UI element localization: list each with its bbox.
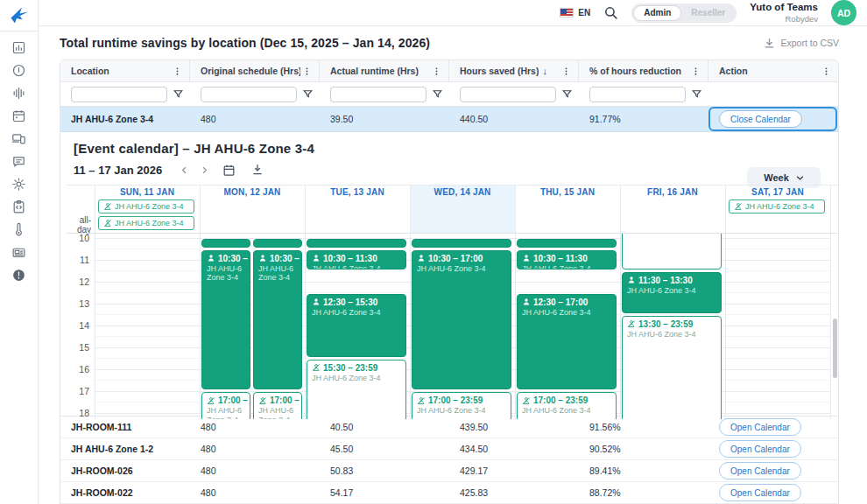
column-label: Hours saved (Hrs) [460,66,539,76]
calendar-event[interactable]: 17:00 – 23:59JH AHU-6 Zone 3-4 [253,392,302,419]
calendar-event[interactable] [201,239,250,248]
calendar-scroll-area[interactable]: 10111213141516171810:30 – 17:00JH AHU-6 … [67,233,839,419]
calendar-event[interactable]: 10:30 – 11:30JH AHU-6 Zone 3-4 [517,250,617,270]
hour-label: 17 [67,386,89,396]
sidebar-item-reports[interactable] [7,200,32,216]
language-selector[interactable]: EN [560,8,590,18]
event-title: JH AHU-6 Zone 3-4 [207,264,245,284]
column-menu-icon[interactable] [820,64,833,79]
sidebar-item-temperature[interactable] [7,223,32,239]
calendar-event[interactable] [253,239,302,248]
open-calendar-button[interactable]: Open Calendar [719,418,801,436]
all-day-event-chip[interactable]: JH AHU-6 Zone 3-4 [729,200,825,214]
sidebar-item-calendar[interactable] [7,109,32,125]
sidebar-item-settings[interactable] [7,178,32,193]
avatar[interactable]: AD [831,0,856,25]
column-menu-icon[interactable] [171,64,184,79]
cell-location: JH AHU-6 Zone 3-4 [60,114,190,124]
table-row-jh-ahu-6-zone-3-4[interactable]: JH AHU-6 Zone 3-448039.50440.5091.77%Clo… [60,107,838,131]
sidebar-item-status[interactable] [7,64,32,80]
open-calendar-button[interactable]: Open Calendar [719,484,801,501]
prev-week-button[interactable] [174,166,194,174]
column-label: % of hours reduction [589,66,681,76]
calendar-event[interactable]: 17:00 – 23:59JH AHU-6 Zone 3-4 [412,392,511,419]
role-reseller[interactable]: Reseller [681,8,735,18]
calendar-event[interactable]: 12:30 – 15:30JH AHU-6 Zone 3-4 [307,294,406,357]
column-menu-icon[interactable] [430,64,443,79]
person-off-icon [258,396,267,405]
column-header-of-hours-reduction[interactable]: % of hours reduction [579,60,708,81]
sidebar-item-dashboard[interactable] [7,41,32,57]
sidebar-item-badges[interactable] [7,246,32,262]
next-week-button[interactable] [194,166,215,174]
column-header-location[interactable]: Location [60,60,190,81]
search-button[interactable] [603,5,618,20]
day-header-mon-12-jan: MON, 12 JAN [200,186,305,198]
date-picker-button[interactable] [215,164,243,177]
filter-funnel-icon[interactable] [302,88,314,100]
cell-action: Close Calendar [708,107,838,131]
column-header-action[interactable]: Action [708,60,838,81]
all-day-event-chip[interactable]: JH AHU-6 Zone 3-4 [98,200,194,214]
column-header-actual-runtime-hrs[interactable]: Actual runtime (Hrs) [320,60,449,81]
table-row-jh-room-111[interactable]: JH-ROOM-11148040.50439.5091.56%Open Cale… [60,416,838,438]
column-header-original-schedule-hrs[interactable]: Original schedule (Hrs) [190,60,320,81]
calendar-scrollbar-thumb[interactable] [833,318,837,378]
filter-input-of-hours-reduction[interactable] [589,87,686,102]
cell-saved: 440.50 [449,114,579,124]
role-toggle[interactable]: Admin Reseller [631,4,737,23]
filter-funnel-icon[interactable] [173,88,184,100]
calendar-event[interactable]: 10:30 – 11:30JH AHU-6 Zone 3-4 [307,250,406,270]
event-time: 12:30 – 15:30 [323,298,377,307]
app-logo[interactable] [0,0,38,32]
calendar-event[interactable]: 12:30 – 17:00JH AHU-6 Zone 3-4 [517,294,617,390]
calendar-event[interactable]: 10:30 – 17:00JH AHU-6 Zone 3-4 [201,250,250,390]
event-title: JH AHU-6 Zone 3-4 [115,202,184,211]
filter-input-actual-runtime-hrs[interactable] [330,87,426,102]
filter-funnel-icon[interactable] [561,88,573,100]
download-calendar-button[interactable] [243,164,271,176]
column-menu-icon[interactable] [689,64,702,79]
sidebar-item-messages[interactable] [7,155,32,171]
event-time: 10:30 – 17:00 [270,254,302,263]
role-admin[interactable]: Admin [633,5,681,21]
calendar-event[interactable]: 17:00 – 23:59JH AHU-6 Zone 3-4 [517,392,617,419]
column-menu-icon[interactable] [560,64,573,79]
calendar-event[interactable]: 15:30 – 23:59JH AHU-6 Zone 3-4 [307,360,406,420]
day-header-thu-15-jan: THU, 15 JAN [515,186,620,198]
export-csv-button[interactable]: Export to CSV [764,38,839,49]
table-row-jh-room-022[interactable]: JH-ROOM-02248054.17425.8388.72%Open Cale… [60,482,838,504]
open-calendar-button[interactable]: Open Calendar [719,440,801,458]
calendar-event[interactable]: 11:30 – 13:30JH AHU-6 Zone 3-4 [622,272,722,313]
user-menu[interactable]: Yuto of Teams Robydev [750,2,818,24]
filter-funnel-icon[interactable] [432,88,443,100]
calendar-event[interactable]: 17:00 – 23:59JH AHU-6 Zone 3-4 [201,392,250,419]
calendar-event[interactable]: 10:30 – 17:00JH AHU-6 Zone 3-4 [412,250,511,390]
calendar-event[interactable] [412,239,511,248]
filter-input-location[interactable] [71,87,167,102]
sidebar-item-waveform[interactable] [7,87,32,102]
sidebar-item-alerts[interactable] [7,269,32,284]
event-title: JH AHU-6 Zone 3-4 [258,406,297,419]
download-icon [251,164,264,176]
event-time: 17:00 – 23:59 [218,396,250,405]
sidebar-item-devices[interactable] [7,132,32,148]
hour-label: 10 [67,233,89,243]
filter-input-hours-saved-hrs[interactable] [460,87,556,102]
calendar-event[interactable] [307,239,406,248]
calendar-event[interactable]: 13:30 – 23:59JH AHU-6 Zone 3-4 [622,316,722,420]
all-day-event-chip[interactable]: JH AHU-6 Zone 3-4 [98,216,194,230]
calendar-event[interactable]: 10:30 – 17:00JH AHU-6 Zone 3-4 [253,250,302,390]
column-header-hours-saved-hrs[interactable]: Hours saved (Hrs)↓ [449,60,579,81]
table-row-jh-room-026[interactable]: JH-ROOM-02648050.83429.1789.41%Open Cale… [60,460,838,482]
calendar-event[interactable] [622,233,722,270]
close-calendar-button[interactable]: Close Calendar [719,110,802,128]
filter-input-original-schedule-hrs[interactable] [201,87,297,102]
calendar-event[interactable] [517,239,617,248]
event-time: 11:30 – 13:30 [638,276,693,285]
open-calendar-button[interactable]: Open Calendar [719,462,801,480]
column-menu-icon[interactable] [300,64,314,79]
event-time: 13:30 – 23:59 [638,319,693,329]
filter-funnel-icon[interactable] [691,88,702,100]
table-row-jh-ahu-6-zone-1-2[interactable]: JH AHU-6 Zone 1-248045.50434.5090.52%Ope… [60,438,838,460]
